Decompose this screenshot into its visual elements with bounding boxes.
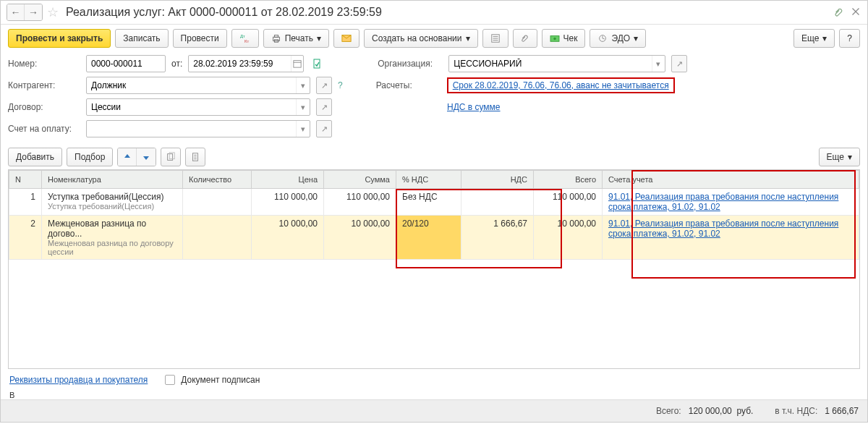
chevron-down-icon[interactable]: ▾ xyxy=(296,121,310,137)
print-label: Печать xyxy=(285,33,313,43)
col-total-header[interactable]: Всего xyxy=(534,171,603,189)
chevron-down-icon: ▾ xyxy=(848,152,852,162)
close-icon[interactable] xyxy=(851,7,861,17)
svg-point-8 xyxy=(553,38,556,40)
row-vat[interactable]: 1 666,67 xyxy=(461,216,534,260)
help-counterparty-icon[interactable]: ? xyxy=(338,80,343,90)
invoice-input[interactable] xyxy=(87,121,296,137)
more-button[interactable]: Еще ▾ xyxy=(793,29,835,48)
open-org-button[interactable]: ↗ xyxy=(671,55,687,72)
row-qty[interactable] xyxy=(183,216,252,260)
nav-back-button[interactable]: ← xyxy=(7,4,25,20)
row-total[interactable]: 110 000,00 xyxy=(534,189,603,216)
check-button[interactable]: Чек xyxy=(542,29,586,48)
mail-button[interactable] xyxy=(333,29,359,48)
row-nom[interactable]: Межценовая разница по догово... Межценов… xyxy=(42,216,183,260)
row-sum[interactable]: 110 000,00 xyxy=(324,189,396,216)
counterparty-input[interactable] xyxy=(87,77,296,93)
print-button[interactable]: Печать ▾ xyxy=(263,29,329,48)
org-label: Организация: xyxy=(378,59,443,69)
add-row-button[interactable]: Добавить xyxy=(8,148,62,166)
row-price[interactable]: 110 000,00 xyxy=(252,189,324,216)
row-acct[interactable]: 91.01, Реализация права требования после… xyxy=(603,189,859,216)
calc-link[interactable]: Срок 28.02.2019, 76.06, 76.06, аванс не … xyxy=(453,80,669,90)
attach-button[interactable] xyxy=(513,29,537,48)
acct-link[interactable]: 91.01, Реализация права требования после… xyxy=(608,219,838,239)
dtkt-button[interactable]: ДтКт xyxy=(231,29,259,48)
open-counterparty-button[interactable]: ↗ xyxy=(316,77,332,94)
open-contract-button[interactable]: ↗ xyxy=(316,98,332,116)
contract-label: Договор: xyxy=(8,102,80,112)
col-vatpct-header[interactable]: % НДС xyxy=(396,171,461,189)
row-vatpct[interactable]: Без НДС xyxy=(396,189,461,216)
col-sum-header[interactable]: Сумма xyxy=(324,171,396,189)
move-up-button[interactable] xyxy=(118,148,137,166)
section-more-button[interactable]: Еще ▾ xyxy=(819,148,860,166)
chevron-down-icon: ▾ xyxy=(634,33,638,43)
calendar-icon[interactable] xyxy=(291,56,304,72)
col-price-header[interactable]: Цена xyxy=(252,171,324,189)
svg-rect-11 xyxy=(314,59,320,68)
copy-button[interactable] xyxy=(161,148,181,166)
total-value: 120 000,00 xyxy=(689,406,732,416)
row-vat[interactable] xyxy=(461,189,534,216)
pick-button[interactable]: Подбор xyxy=(67,148,113,166)
invoice-label: Счет на оплату: xyxy=(8,124,80,134)
row-vatpct[interactable]: 20/120 xyxy=(396,216,461,260)
col-qty-header[interactable]: Количество xyxy=(183,171,252,189)
date-input[interactable] xyxy=(189,56,290,72)
post-and-close-button[interactable]: Провести и закрыть xyxy=(8,29,111,48)
create-based-button[interactable]: Создать на основании ▾ xyxy=(364,29,478,48)
chevron-down-icon[interactable]: ▾ xyxy=(652,56,665,72)
chevron-down-icon: ▾ xyxy=(317,33,321,43)
post-button[interactable]: Провести xyxy=(173,29,227,48)
svg-text:Кт: Кт xyxy=(244,39,249,43)
vat-mode-link[interactable]: НДС в сумме xyxy=(447,102,501,112)
window-title: Реализация услуг: Акт 0000-000011 от 28.… xyxy=(66,6,382,19)
number-input[interactable] xyxy=(87,56,165,72)
help-button[interactable]: ? xyxy=(839,29,860,48)
row-nom[interactable]: Уступка требований(Цессия) Уступка требо… xyxy=(42,189,183,216)
svg-rect-10 xyxy=(294,61,301,67)
contract-input[interactable] xyxy=(87,99,296,115)
status-flag-icon[interactable] xyxy=(312,59,323,69)
registry-button[interactable] xyxy=(482,29,509,48)
open-invoice-button[interactable]: ↗ xyxy=(316,120,332,137)
requisites-link[interactable]: Реквизиты продавца и покупателя xyxy=(9,375,148,385)
chevron-down-icon: ▾ xyxy=(466,33,470,43)
total-label: Всего: xyxy=(656,406,681,416)
row-sum[interactable]: 10 000,00 xyxy=(324,216,396,260)
row-acct[interactable]: 91.01, Реализация права требования после… xyxy=(603,216,859,260)
save-button[interactable]: Записать xyxy=(115,29,168,48)
col-n-header[interactable]: N xyxy=(9,171,42,189)
row-total[interactable]: 10 000,00 xyxy=(534,216,603,260)
acct-link[interactable]: 91.01, Реализация права требования после… xyxy=(608,192,838,212)
number-label: Номер: xyxy=(8,59,80,69)
row-qty[interactable] xyxy=(183,189,252,216)
chevron-down-icon[interactable]: ▾ xyxy=(296,77,310,93)
more-label: Еще xyxy=(801,33,819,43)
chevron-down-icon[interactable]: ▾ xyxy=(296,99,310,115)
move-down-button[interactable] xyxy=(137,148,156,166)
paste-button[interactable] xyxy=(185,148,205,166)
org-input[interactable] xyxy=(449,56,651,72)
vat-total-label: в т.ч. НДС: xyxy=(775,406,817,416)
nav-forward-button[interactable]: → xyxy=(25,4,42,20)
attachment-icon[interactable] xyxy=(834,7,844,17)
check-label: Чек xyxy=(563,33,578,43)
nom-text: Межценовая разница по догово... xyxy=(48,219,176,239)
col-nom-header[interactable]: Номенклатура xyxy=(42,171,183,189)
row-n[interactable]: 1 xyxy=(9,189,42,216)
favorite-star-icon[interactable]: ☆ xyxy=(47,4,59,20)
col-acct-header[interactable]: Счета учета xyxy=(603,171,859,189)
vat-total-value: 1 666,67 xyxy=(825,406,859,416)
calc-label: Расчеты: xyxy=(376,80,441,90)
edo-button[interactable]: ЭДО ▾ xyxy=(590,29,646,48)
col-vat-header[interactable]: НДС xyxy=(461,171,534,189)
row-n[interactable]: 2 xyxy=(9,216,42,260)
row-price[interactable]: 10 000,00 xyxy=(252,216,324,260)
signed-checkbox[interactable] xyxy=(165,375,175,385)
stray-text: В xyxy=(1,391,867,399)
nom-text: Уступка требований(Цессия) xyxy=(48,192,176,202)
chevron-down-icon: ▾ xyxy=(822,33,827,43)
